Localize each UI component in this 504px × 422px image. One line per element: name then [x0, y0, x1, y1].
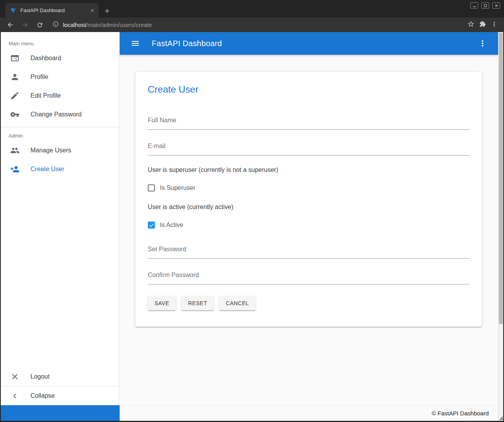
close-window-button[interactable]	[492, 2, 500, 9]
sidebar-item-change-password[interactable]: Change Password	[1, 105, 119, 124]
is-active-checkbox[interactable]: Is Active	[148, 220, 469, 230]
superuser-hint: User is superuser (currently is not a su…	[148, 166, 469, 174]
checkbox-unchecked-icon[interactable]	[148, 184, 155, 191]
confirm-password-label: Confirm Password	[148, 271, 469, 279]
site-info-icon[interactable]	[52, 21, 59, 29]
confirm-password-field[interactable]: Confirm Password	[148, 271, 469, 284]
sidebar-item-label: Profile	[30, 73, 48, 80]
sidebar-item-profile[interactable]: Profile	[1, 68, 119, 86]
app-bar: FastAPI Dashboard	[120, 32, 498, 55]
sidebar-item-label: Change Password	[30, 111, 82, 118]
sidebar-item-label: Logout	[30, 373, 50, 380]
sidebar-bottom: Logout Collapse	[1, 367, 119, 405]
browser-titlebar: FastAPI Dashboard	[0, 0, 504, 18]
save-button[interactable]: SAVE	[148, 296, 176, 310]
page: Main menu Dashboard Profile Edit Profile	[1, 32, 503, 421]
appbar-kebab-icon[interactable]	[475, 36, 490, 50]
maximize-button[interactable]	[481, 2, 489, 9]
close-icon	[10, 372, 20, 381]
sidebar-item-label: Edit Profile	[30, 92, 61, 99]
page-footer: © FastAPI Dashboard	[120, 405, 498, 421]
people-icon	[10, 146, 20, 155]
sidebar-item-collapse[interactable]: Collapse	[1, 386, 119, 405]
browser-window: FastAPI Dashboard	[0, 0, 504, 422]
pencil-icon	[10, 91, 20, 100]
main-area: FastAPI Dashboard Create User Full Name …	[120, 32, 498, 405]
forward-icon[interactable]	[19, 19, 31, 31]
sidebar-divider	[1, 127, 119, 127]
active-hint: User is active (currently active)	[148, 203, 469, 211]
copyright-text: © FastAPI Dashboard	[432, 410, 489, 417]
page-title: Create User	[148, 84, 469, 95]
minimize-button[interactable]	[470, 2, 478, 9]
hamburger-menu-icon[interactable]	[128, 36, 142, 50]
toolbar-right	[467, 20, 498, 29]
url-host: localhost	[63, 21, 86, 28]
dashboard-icon	[10, 54, 20, 63]
is-active-label: Is Active	[160, 222, 183, 229]
back-icon[interactable]	[4, 19, 16, 31]
browser-toolbar: localhost/main/admin/users/create	[0, 18, 504, 32]
tab-close-icon[interactable]	[88, 7, 96, 14]
sidebar-item-dashboard[interactable]: Dashboard	[1, 49, 119, 68]
sidebar-item-label: Create User	[30, 166, 64, 173]
sidebar-item-edit-profile[interactable]: Edit Profile	[1, 86, 119, 105]
is-superuser-checkbox[interactable]: Is Superuser	[148, 183, 469, 193]
url-path: /main/admin/users/create	[86, 21, 152, 28]
set-password-label: Set Password	[148, 245, 469, 253]
bookmark-star-icon[interactable]	[467, 20, 475, 29]
is-superuser-label: Is Superuser	[160, 184, 196, 191]
new-tab-button[interactable]	[102, 6, 112, 16]
create-user-card: Create User Full Name E-mail User is sup…	[135, 72, 482, 327]
sidebar-item-manage-users[interactable]: Manage Users	[1, 141, 119, 160]
sidebar-item-label: Collapse	[30, 392, 55, 399]
appbar-title: FastAPI Dashboard	[152, 39, 222, 48]
sidebar-caption-main-menu: Main menu	[1, 32, 119, 49]
browser-menu-kebab-icon[interactable]	[491, 21, 498, 29]
vuetify-favicon-icon	[10, 7, 16, 14]
browser-tab[interactable]: FastAPI Dashboard	[5, 3, 99, 18]
reset-button[interactable]: RESET	[181, 296, 214, 310]
chevron-left-icon	[10, 391, 20, 401]
sidebar-item-label: Manage Users	[30, 147, 71, 154]
content-area: Create User Full Name E-mail User is sup…	[120, 55, 498, 405]
resize-grip[interactable]	[499, 416, 503, 420]
sidebar: Main menu Dashboard Profile Edit Profile	[1, 32, 119, 405]
window-controls	[470, 2, 500, 9]
sidebar-item-label: Dashboard	[30, 55, 61, 62]
url-text: localhost/main/admin/users/create	[63, 21, 152, 28]
key-icon	[10, 110, 20, 119]
set-password-field[interactable]: Set Password	[148, 245, 469, 259]
email-label: E-mail	[148, 142, 469, 150]
cancel-button[interactable]: CANCEL	[219, 296, 256, 310]
full-name-field[interactable]: Full Name	[148, 116, 469, 130]
reload-icon[interactable]	[34, 19, 46, 31]
checkbox-checked-icon[interactable]	[148, 222, 155, 229]
scrollbar-thumb[interactable]	[499, 33, 503, 324]
sidebar-item-create-user[interactable]: Create User	[1, 160, 119, 179]
full-name-label: Full Name	[148, 116, 469, 124]
email-field[interactable]: E-mail	[148, 142, 469, 156]
footer-accent-bar	[1, 405, 120, 421]
scrollbar[interactable]	[498, 32, 503, 421]
form-actions: SAVE RESET CANCEL	[148, 296, 469, 310]
sidebar-item-logout[interactable]: Logout	[1, 367, 119, 386]
person-icon	[10, 72, 20, 82]
tab-title: FastAPI Dashboard	[20, 7, 88, 13]
extension-icon[interactable]	[479, 21, 486, 29]
sidebar-caption-admin: Admin	[1, 131, 119, 141]
address-bar[interactable]: localhost/main/admin/users/create	[52, 21, 467, 29]
person-add-icon	[10, 165, 20, 174]
